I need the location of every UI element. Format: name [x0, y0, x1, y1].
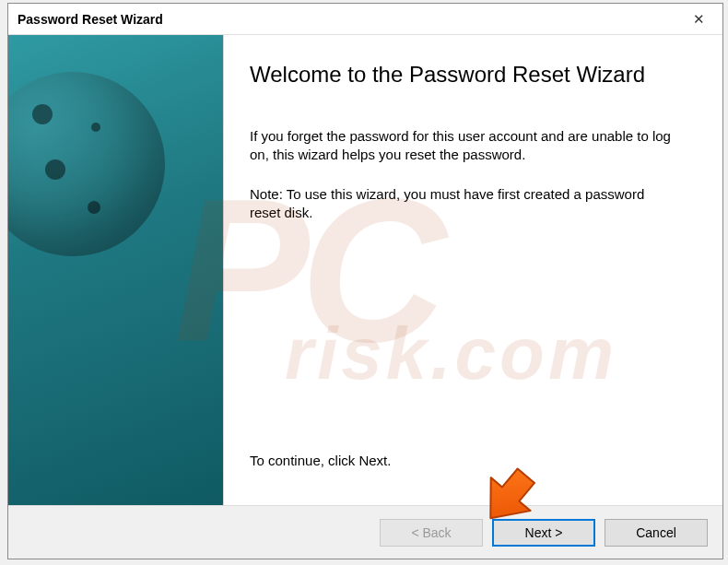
close-icon: ✕: [693, 11, 705, 28]
continue-hint: To continue, click Next.: [250, 453, 691, 468]
intro-paragraph: If you forget the password for this user…: [250, 127, 674, 165]
next-button[interactable]: Next >: [492, 519, 595, 547]
window-title: Password Reset Wizard: [18, 12, 163, 27]
close-button[interactable]: ✕: [676, 5, 721, 34]
content-area: Welcome to the Password Reset Wizard If …: [8, 35, 722, 505]
titlebar: Password Reset Wizard ✕: [8, 4, 722, 35]
wizard-sidebar-image: [8, 35, 224, 505]
note-paragraph: Note: To use this wizard, you must have …: [250, 185, 674, 223]
back-button: < Back: [380, 519, 483, 547]
cancel-button[interactable]: Cancel: [605, 519, 708, 547]
page-heading: Welcome to the Password Reset Wizard: [250, 61, 691, 88]
wizard-footer: < Back Next > Cancel: [8, 505, 722, 559]
wizard-window: Password Reset Wizard ✕ Welcome to the P…: [7, 3, 723, 559]
main-panel: Welcome to the Password Reset Wizard If …: [224, 35, 722, 505]
